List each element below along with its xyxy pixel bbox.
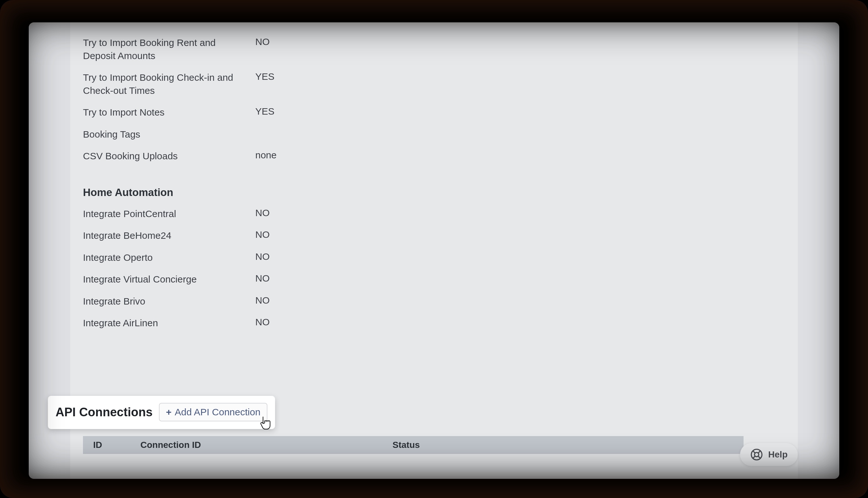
svg-point-1 xyxy=(755,453,759,457)
setting-label: Integrate Operto xyxy=(83,251,255,264)
plus-icon: + xyxy=(166,407,172,418)
home-automation-list: Integrate PointCentral NO Integrate BeHo… xyxy=(70,203,798,334)
help-button[interactable]: Help xyxy=(740,443,798,466)
home-automation-heading: Home Automation xyxy=(70,167,798,203)
setting-row: Integrate AirLinen NO xyxy=(83,312,785,334)
setting-row: Try to Import Booking Rent and Deposit A… xyxy=(83,32,785,67)
table-column-status: Status xyxy=(392,440,744,450)
add-api-connection-button[interactable]: + Add API Connection xyxy=(159,403,267,421)
setting-value: YES xyxy=(255,106,785,117)
setting-label: Try to Import Booking Rent and Deposit A… xyxy=(83,36,255,62)
setting-label: Integrate BeHome24 xyxy=(83,229,255,242)
setting-row: Integrate BeHome24 NO xyxy=(83,225,785,247)
svg-line-3 xyxy=(758,456,760,458)
setting-value: NO xyxy=(255,273,785,284)
setting-value: NO xyxy=(255,229,785,240)
api-connections-table-header: ID Connection ID Status xyxy=(83,436,744,454)
setting-label: Integrate Virtual Concierge xyxy=(83,273,255,286)
setting-row: Integrate Virtual Concierge NO xyxy=(83,268,785,290)
help-label: Help xyxy=(768,449,788,460)
setting-row: Try to Import Notes YES xyxy=(83,102,785,123)
table-column-connection-id: Connection ID xyxy=(141,440,392,450)
add-api-connection-label: Add API Connection xyxy=(175,407,261,418)
setting-label: Booking Tags xyxy=(83,128,255,141)
setting-value: NO xyxy=(255,36,785,47)
table-column-id: ID xyxy=(83,440,141,450)
outer-frame: Try to Import Booking Rent and Deposit A… xyxy=(0,0,868,498)
api-connections-card: API Connections + Add API Connection xyxy=(48,396,275,429)
import-settings-list: Try to Import Booking Rent and Deposit A… xyxy=(70,32,798,167)
svg-line-2 xyxy=(753,451,755,453)
setting-row: Integrate Operto NO xyxy=(83,247,785,269)
setting-value: none xyxy=(255,150,785,160)
setting-label: CSV Booking Uploads xyxy=(83,150,255,163)
setting-value: NO xyxy=(255,317,785,328)
setting-row: Try to Import Booking Check-in and Check… xyxy=(83,67,785,102)
setting-value: NO xyxy=(255,251,785,262)
api-connections-heading: API Connections xyxy=(55,405,152,419)
page-card: Try to Import Booking Rent and Deposit A… xyxy=(29,22,839,479)
setting-value: NO xyxy=(255,208,785,218)
setting-row: Integrate PointCentral NO xyxy=(83,203,785,225)
setting-value: NO xyxy=(255,295,785,306)
setting-label: Integrate PointCentral xyxy=(83,208,255,221)
setting-row: Booking Tags xyxy=(83,123,785,146)
setting-label: Try to Import Booking Check-in and Check… xyxy=(83,71,255,97)
setting-value: YES xyxy=(255,71,785,82)
svg-line-5 xyxy=(753,456,755,458)
lifebuoy-icon xyxy=(750,448,763,461)
setting-label: Try to Import Notes xyxy=(83,106,255,119)
setting-row: Integrate Brivo NO xyxy=(83,290,785,313)
setting-label: Integrate AirLinen xyxy=(83,317,255,330)
svg-line-4 xyxy=(758,451,760,453)
setting-row: CSV Booking Uploads none xyxy=(83,145,785,167)
setting-label: Integrate Brivo xyxy=(83,295,255,308)
